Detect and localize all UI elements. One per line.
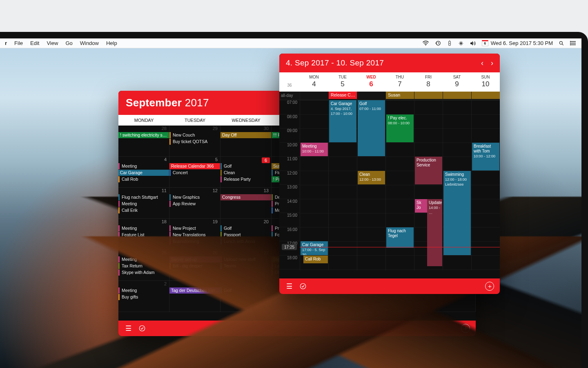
menu-file[interactable]: File	[14, 40, 23, 46]
time-machine-icon[interactable]	[435, 40, 441, 46]
week-event[interactable]: Update14:00 - …	[427, 199, 442, 267]
month-event[interactable]: Upload new stuff	[220, 256, 271, 263]
month-event[interactable]: Car Garage	[118, 170, 169, 176]
month-event[interactable]: Release Calendar 366	[169, 163, 220, 169]
month-day-cell[interactable]: 18MeetingFeature List	[118, 219, 169, 250]
week-day-header[interactable]: FRI8	[414, 75, 443, 88]
month-day-cell[interactable]: 27Upload new stuffTennis	[220, 250, 272, 281]
month-event[interactable]: Call Rob	[118, 176, 169, 182]
week-event[interactable]: Clean12:00 - 13:00	[358, 171, 385, 185]
month-event[interactable]: ! switching electricity su…	[118, 132, 169, 138]
month-event[interactable]: New Translations	[169, 232, 220, 238]
month-day-cell[interactable]: 4MeetingCar GarageCall Rob	[118, 157, 169, 188]
month-event[interactable]: Golf	[220, 163, 271, 169]
month-event[interactable]: Clean	[220, 170, 271, 176]
allday-event[interactable]: Release C…	[329, 92, 357, 99]
prev-week-button[interactable]: ‹	[481, 59, 483, 67]
tasks-icon[interactable]	[299, 282, 307, 290]
month-event[interactable]: Meeting	[118, 256, 169, 263]
resize-icon[interactable]	[458, 40, 464, 46]
spotlight-icon[interactable]	[559, 40, 564, 46]
month-event[interactable]: New Couch	[169, 132, 220, 138]
allday-cell[interactable]	[300, 92, 328, 100]
month-event[interactable]: Tax Return	[118, 263, 169, 269]
week-day-header[interactable]: SUN10	[471, 75, 500, 88]
menu-window[interactable]: Window	[80, 40, 99, 46]
week-event[interactable]: Call Rob	[303, 256, 328, 264]
next-week-button[interactable]: ›	[491, 59, 493, 67]
month-day-cell[interactable]: 6GolfCleanRelease Party	[220, 157, 272, 188]
menubar-calendar-widget[interactable]: 6 Wed 6. Sep 2017 5:30 PM	[482, 40, 553, 46]
month-event[interactable]: Passport	[220, 232, 271, 238]
notification-center-icon[interactable]	[570, 40, 577, 46]
week-event[interactable]: Flug nach Tegel	[386, 227, 414, 248]
month-day-cell[interactable]: 12New GraphicsApp Review	[169, 188, 220, 219]
month-event[interactable]: Congress	[220, 194, 271, 200]
week-day-header[interactable]: SAT9	[443, 75, 471, 88]
tasks-icon[interactable]	[138, 324, 146, 332]
month-day-cell[interactable]: 20GolfPassportLunch with Anna	[220, 219, 272, 250]
list-view-icon[interactable]: ☰	[124, 324, 132, 332]
week-event[interactable]: Sk Jo	[415, 199, 427, 213]
month-event[interactable]: Brainstorming	[169, 238, 220, 245]
month-event[interactable]: Feature List	[118, 232, 169, 238]
month-event[interactable]: Meeting	[118, 287, 169, 294]
month-event[interactable]: Lunch with Anna	[220, 238, 271, 245]
month-event[interactable]: Golf	[220, 225, 271, 231]
week-event[interactable]: Golf07:00 - 11:00	[358, 100, 385, 156]
week-event[interactable]: Meeting10:00 - 11:00	[301, 143, 328, 157]
month-day-cell[interactable]: 29New CouchBuy ticket QOTSA	[169, 126, 220, 157]
month-day-cell[interactable]: 25MeetingTax ReturnSkype with Adam	[118, 250, 169, 281]
month-day-cell[interactable]: 5Release Calendar 366Concert	[169, 157, 220, 188]
menu-edit[interactable]: Edit	[30, 40, 39, 46]
week-day-column[interactable]: Car Garage4. Sep 2017, 17:00 - 10:00	[328, 100, 357, 270]
menu-view[interactable]: View	[47, 40, 58, 46]
month-event[interactable]: Flug nach Stuttgart	[118, 194, 169, 200]
allday-cell[interactable]	[443, 92, 471, 100]
month-event[interactable]: Server set-up	[169, 256, 220, 263]
week-event[interactable]: Production Service	[415, 157, 442, 184]
add-event-button[interactable]: ＋	[461, 324, 470, 333]
add-event-button[interactable]: ＋	[485, 282, 494, 291]
month-day-cell[interactable]: 30Day Off	[220, 126, 272, 157]
list-view-icon[interactable]: ☰	[285, 282, 293, 290]
month-event[interactable]: Meeting	[118, 163, 169, 169]
week-day-column[interactable]: Swimming12:00 - 18:00 Liebnitzsee	[443, 100, 471, 270]
month-day-cell[interactable]: 13Congress	[220, 188, 272, 219]
week-event[interactable]: Car Garage4. Sep 2017, 17:00 - 10:00	[329, 100, 356, 142]
week-day-header[interactable]: WED6	[357, 75, 385, 88]
month-event[interactable]: New Graphics	[169, 194, 220, 200]
month-event[interactable]: Tennis	[220, 263, 271, 269]
week-day-header[interactable]: TUE5	[328, 75, 357, 88]
week-day-column[interactable]: Production ServiceSk JoUpdate14:00 - …	[414, 100, 443, 270]
month-day-cell[interactable]: 28! switching electricity su…	[118, 126, 169, 157]
month-event[interactable]: Day Off	[220, 132, 271, 138]
month-event[interactable]: Tag der Deutschen Einh…	[169, 287, 220, 294]
month-event[interactable]: Meeting	[118, 225, 169, 231]
menu-go[interactable]: Go	[65, 40, 72, 46]
week-day-header[interactable]: THU7	[385, 75, 414, 88]
month-day-cell[interactable]: 19New ProjectNew TranslationsBrainstormi…	[169, 219, 220, 250]
month-event[interactable]: Golf	[220, 287, 271, 294]
week-day-column[interactable]: Golf07:00 - 11:00Clean12:00 - 13:00	[357, 100, 385, 270]
battery-icon[interactable]	[447, 40, 452, 46]
month-day-cell[interactable]: 4Golf	[220, 281, 272, 312]
month-event[interactable]: Buy gifts	[118, 294, 169, 300]
month-day-cell[interactable]: 3Tag der Deutschen Einh…	[169, 281, 220, 312]
week-day-column[interactable]: Meeting10:00 - 11:00Car Garage17:00 - 5.…	[300, 100, 328, 270]
month-event[interactable]: Skype with Adam	[118, 269, 169, 276]
week-event[interactable]: Car Garage17:00 - 5. Sep 20…	[301, 241, 328, 255]
month-day-cell[interactable]: 26Server set-upBill - dig deeper	[169, 250, 220, 281]
week-event[interactable]: Swimming12:00 - 18:00 Liebnitzsee	[443, 171, 471, 255]
month-event[interactable]: Bill - dig deeper	[169, 263, 220, 269]
week-day-column[interactable]: Breakfast with Tom10:00 - 12:00	[471, 100, 500, 270]
month-event[interactable]: Meeting	[118, 201, 169, 207]
month-event[interactable]: New Project	[169, 225, 220, 231]
allday-cell[interactable]	[414, 92, 443, 100]
week-event[interactable]: ! Pay elec.08:00 - 10:00	[386, 114, 414, 142]
month-event[interactable]: Concert	[169, 170, 220, 176]
month-event[interactable]: Release Party	[220, 176, 271, 182]
month-event[interactable]: Buy ticket QOTSA	[169, 139, 220, 145]
allday-cell[interactable]	[471, 92, 500, 100]
month-event[interactable]: App Review	[169, 201, 220, 207]
